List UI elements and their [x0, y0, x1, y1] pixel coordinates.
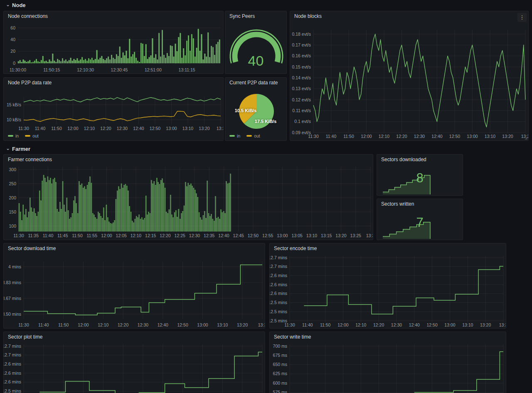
svg-text:12:10: 12:10: [84, 126, 95, 131]
series: [39, 352, 262, 393]
panel-menu-icon[interactable]: ⋮: [517, 13, 527, 22]
panel-sectors-written: Sectors written 7: [377, 199, 463, 240]
svg-text:12:30: 12:30: [138, 322, 148, 327]
panel-title[interactable]: Sectors written: [381, 201, 414, 207]
series-swatch-in: [229, 135, 235, 137]
svg-text:12:00: 12:00: [78, 322, 89, 327]
svg-text:11:45: 11:45: [57, 233, 68, 238]
panel-node-p2p-data-rate: Node P2P data rate 15 kB/s10 kB/s11:3011…: [3, 77, 224, 141]
sector-plot-time-chart[interactable]: 12.7 mins12.7 mins12.6 mins12.6 mins12.6…: [4, 332, 265, 393]
panel-title[interactable]: Farmer connections: [8, 157, 52, 162]
svg-text:11:30: 11:30: [18, 126, 29, 131]
series: [304, 266, 503, 314]
svg-text:0.17 evt/s: 0.17 evt/s: [292, 42, 311, 47]
svg-text:11:30: 11:30: [308, 134, 319, 139]
svg-text:13:3: 13:3: [366, 233, 373, 238]
panel-sectors-downloaded: Sectors downloaded 8: [377, 154, 463, 196]
svg-text:12:30: 12:30: [391, 322, 402, 327]
legend-item-out[interactable]: out: [25, 133, 39, 138]
svg-text:12:25: 12:25: [175, 233, 185, 238]
svg-text:13:05: 13:05: [292, 233, 303, 238]
svg-text:12:30:45: 12:30:45: [111, 67, 128, 72]
pie-label-in: 17.5 KiB/s: [248, 119, 283, 124]
svg-text:0.15 evt/s: 0.15 evt/s: [292, 64, 311, 69]
svg-text:11:30: 11:30: [284, 322, 295, 327]
legend: in out: [229, 133, 260, 138]
legend-label: out: [254, 133, 260, 138]
svg-text:12:50: 12:50: [150, 126, 160, 131]
panel-title[interactable]: Sector encode time: [274, 246, 317, 251]
svg-text:20: 20: [10, 49, 15, 54]
svg-text:11:50: 11:50: [51, 126, 62, 131]
farmer-connections-chart[interactable]: 30025020015010011:3011:3511:4011:4511:50…: [4, 155, 373, 240]
svg-text:11:40: 11:40: [38, 322, 49, 327]
panel-title[interactable]: Sector download time: [8, 246, 56, 251]
svg-text:13:10: 13:10: [462, 322, 473, 327]
svg-text:13:10: 13:10: [485, 134, 495, 139]
svg-text:700 ms: 700 ms: [273, 344, 287, 349]
svg-text:13:25: 13:25: [350, 233, 361, 238]
svg-text:13:20: 13:20: [502, 134, 513, 139]
svg-text:13:20: 13:20: [335, 233, 346, 238]
grid: 0.18 evt/s0.17 evt/s0.16 evt/s0.15 evt/s…: [292, 30, 528, 139]
svg-text:0.16 evt/s: 0.16 evt/s: [292, 53, 311, 58]
node-connections-chart[interactable]: 604020011:30:0011:50:1512:10:3012:30:451…: [4, 11, 223, 74]
svg-text:675 ms: 675 ms: [273, 353, 287, 358]
panel-title[interactable]: Current P2P data rate: [229, 80, 278, 86]
node-p2p-chart[interactable]: 15 kB/s10 kB/s11:3011:4011:5012:0012:101…: [4, 78, 223, 140]
svg-text:13:3: 13:3: [217, 126, 223, 131]
sector-write-time-chart[interactable]: 700 ms675 ms650 ms625 ms600 ms575 ms11:3…: [270, 332, 506, 393]
svg-text:12.6 mins: 12.6 mins: [270, 291, 287, 296]
panel-title[interactable]: Sector plot time: [8, 334, 42, 340]
svg-text:13:20: 13:20: [199, 126, 209, 131]
legend-item-in[interactable]: in: [229, 133, 240, 138]
svg-text:12.6 mins: 12.6 mins: [4, 361, 21, 366]
svg-text:100: 100: [9, 224, 16, 228]
panel-title[interactable]: Node P2P data rate: [8, 80, 52, 86]
svg-text:3.83 mins: 3.83 mins: [4, 280, 21, 285]
panel-current-p2p-data-rate: Current P2P data rate 10.5 KiB/s 17.5 Ki…: [225, 77, 287, 141]
panel-title[interactable]: Sectors downloaded: [381, 157, 426, 162]
svg-text:4 mins: 4 mins: [8, 264, 21, 269]
row-header-node[interactable]: ⌄ Node: [2, 1, 26, 9]
svg-text:12:15: 12:15: [145, 233, 156, 238]
svg-text:12:10:30: 12:10:30: [77, 67, 94, 72]
svg-text:12:20: 12:20: [396, 134, 407, 139]
svg-text:0.1 evt/s: 0.1 evt/s: [294, 119, 311, 124]
svg-text:12:05: 12:05: [116, 233, 127, 238]
svg-text:12:10: 12:10: [98, 322, 108, 327]
legend-item-out[interactable]: out: [246, 133, 260, 138]
svg-text:12:30: 12:30: [414, 134, 425, 139]
resize-handle[interactable]: [525, 137, 527, 140]
panel-sector-encode-time: Sector encode time 12.7 mins12.7 mins12.…: [269, 243, 506, 329]
svg-text:650 ms: 650 ms: [273, 362, 287, 367]
svg-text:12:50: 12:50: [449, 134, 460, 139]
node-blocks-chart[interactable]: 0.18 evt/s0.17 evt/s0.16 evt/s0.15 evt/s…: [290, 11, 528, 140]
legend-item-in[interactable]: in: [8, 133, 19, 138]
panel-sector-write-time: Sector write time 700 ms675 ms650 ms625 …: [269, 332, 506, 393]
svg-text:11:55: 11:55: [87, 233, 98, 238]
grid: 700 ms675 ms650 ms625 ms600 ms575 ms11:3…: [273, 344, 506, 393]
svg-text:11:50: 11:50: [72, 233, 83, 238]
svg-text:12:10: 12:10: [355, 322, 366, 327]
row-header-farmer[interactable]: ⌄ Farmer: [2, 145, 30, 153]
svg-text:11:40: 11:40: [302, 322, 313, 327]
sector-download-time-chart[interactable]: 4 mins3.83 mins3.67 mins3.50 mins11:3011…: [4, 243, 265, 328]
svg-text:0.13 evt/s: 0.13 evt/s: [292, 86, 311, 91]
series-swatch-in: [8, 135, 13, 137]
svg-text:150: 150: [9, 209, 16, 214]
panel-title[interactable]: Sync Peers: [229, 13, 255, 19]
svg-text:13:11:15: 13:11:15: [179, 67, 195, 72]
svg-text:12:40: 12:40: [133, 126, 144, 131]
panel-title[interactable]: Node connections: [8, 13, 48, 19]
svg-text:12:40: 12:40: [158, 322, 168, 327]
svg-text:11:30: 11:30: [18, 322, 29, 327]
grafana-dashboard: ⌄ Node Node connections 604020011:30:001…: [0, 0, 532, 393]
svg-text:11:40: 11:40: [326, 134, 337, 139]
panel-farmer-connections: Farmer connections 30025020015010011:301…: [3, 154, 373, 240]
svg-text:12:00: 12:00: [337, 322, 348, 327]
panel-title[interactable]: Sector write time: [274, 334, 311, 340]
svg-text:12:00: 12:00: [67, 126, 78, 131]
panel-title[interactable]: Node blocks: [294, 13, 322, 19]
sector-encode-time-chart[interactable]: 12.7 mins12.7 mins12.6 mins12.6 mins12.6…: [270, 243, 506, 328]
